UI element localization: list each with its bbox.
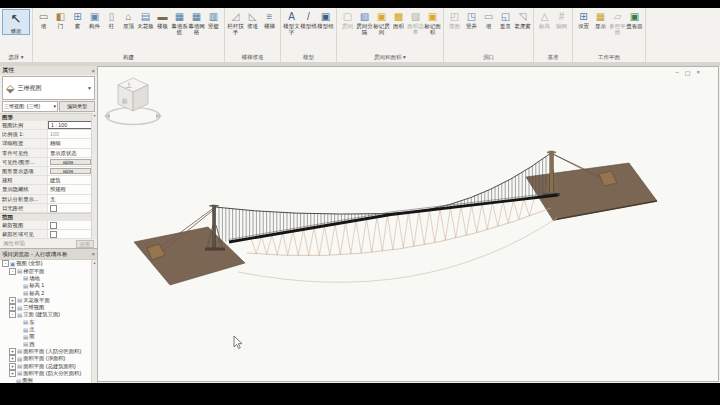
ribbon-button-ceiling[interactable]: ▤天花板 — [137, 9, 154, 30]
ribbon-button-viewer[interactable]: ▣查看器 — [626, 9, 643, 30]
tree-item-3d-views[interactable]: +▤三维视图 — [0, 304, 97, 311]
view-window-controls: – ▢ × — [675, 69, 700, 76]
truss-diagonal — [330, 224, 335, 255]
ribbon-button-tag-area[interactable]: ▣标记面积 — [424, 9, 441, 36]
ribbon-button-curtain-grid[interactable]: ▦幕墙网格 — [188, 9, 205, 36]
type-selector[interactable]: ⬙ 三维视图 ▼ — [2, 76, 95, 100]
prop-value[interactable]: 无 — [48, 195, 97, 203]
collapse-icon[interactable]: - — [2, 260, 9, 267]
expand-icon[interactable]: + — [9, 370, 16, 377]
prop-value[interactable]: 显示原状态 — [48, 149, 97, 157]
ribbon-button-level[interactable]: △标高 — [536, 9, 553, 30]
apply-button[interactable]: 应用 — [76, 240, 94, 248]
prop-value[interactable]: 精细 — [48, 139, 97, 147]
restore-icon[interactable]: ▢ — [685, 69, 691, 76]
ribbon-button-room-separator[interactable]: ▧房间分隔 — [356, 9, 373, 36]
close-icon[interactable]: × — [91, 251, 95, 257]
ribbon-button-model-text[interactable]: A模型文字 — [283, 9, 300, 36]
ribbon-button-model-line[interactable]: /模型线 — [300, 9, 317, 30]
ribbon-button-railing[interactable]: ◿栏杆扶手 — [227, 9, 244, 36]
collapse-icon[interactable]: - — [9, 268, 16, 275]
ribbon-button-tag-room[interactable]: ▣标记房间 — [373, 9, 390, 36]
ribbon-button-stair[interactable]: ≡楼梯 — [261, 9, 278, 30]
ribbon-button-shaft[interactable]: ◳竖井 — [463, 9, 480, 30]
tree-item-area-plan-net[interactable]: +▤面积平面 (净面积) — [0, 355, 97, 362]
properties-title: 属性 — [2, 66, 14, 75]
prop-section-header[interactable]: 图形^ — [0, 113, 97, 121]
ribbon-button-area[interactable]: ▩面积 — [390, 9, 407, 30]
viewcube[interactable]: 上 前 — [98, 67, 168, 137]
viewport-canvas[interactable]: – ▢ × 上 前 — [97, 66, 719, 382]
collapse-icon[interactable]: - — [9, 311, 16, 318]
set-icon: ⊞ — [577, 10, 591, 23]
truss-diagonal — [430, 210, 435, 242]
checkbox[interactable] — [50, 205, 57, 212]
ribbon-button-component[interactable]: ▣构件 — [86, 9, 103, 30]
close-icon[interactable]: × — [696, 69, 700, 76]
expand-icon[interactable]: + — [9, 304, 16, 311]
ribbon-button-column[interactable]: ▯柱 — [103, 9, 120, 30]
tree-item-ceiling-plans[interactable]: +▤天花板平面 — [0, 297, 97, 304]
ribbon-button-ramp[interactable]: ◺坡道 — [244, 9, 261, 30]
tree-item-west[interactable]: ▤西 — [0, 341, 97, 348]
close-icon[interactable]: × — [91, 68, 95, 74]
tree-item-legends[interactable]: ▤图例 — [0, 377, 97, 383]
expand-icon[interactable]: + — [9, 297, 16, 304]
tree-label: 场地 — [29, 275, 40, 282]
ribbon-button-curtain-system[interactable]: ▦幕墙系统 — [171, 9, 188, 36]
prop-value[interactable]: 按规程 — [48, 185, 97, 193]
tree-item-south[interactable]: ▤南 — [0, 333, 97, 340]
tree-item-east[interactable]: ▤东 — [0, 319, 97, 326]
ribbon-button-set[interactable]: ⊞设置 — [575, 9, 592, 30]
prop-value[interactable]: 编辑... — [50, 168, 91, 174]
prop-value[interactable]: 编辑... — [50, 159, 91, 165]
expand-icon[interactable]: + — [9, 348, 16, 355]
tree-icon: ▤ — [23, 327, 28, 333]
roof-icon: ⌂ — [122, 10, 136, 23]
ribbon-button-ref-plane[interactable]: ▱参照平面 — [609, 9, 626, 36]
ribbon-button-show[interactable]: ▦显示 — [592, 9, 609, 30]
ribbon-button-window[interactable]: ⊞窗 — [69, 9, 86, 30]
tree-item-floor-plans[interactable]: -▤楼层平面 — [0, 268, 97, 275]
tree-item-level-1[interactable]: ▤标高 1 — [0, 282, 97, 289]
tree-item-area-plan-renfang[interactable]: +▤面积平面 (人防分区面积) — [0, 348, 97, 355]
tree-item-area-plan-gross[interactable]: +▤面积平面 (总建筑面积) — [0, 362, 97, 369]
ribbon-button-wall-opening[interactable]: ▭墙 — [480, 9, 497, 30]
ribbon-button-room[interactable]: ▢房间 — [339, 9, 356, 30]
ribbon-button-dormer[interactable]: ◹老虎窗 — [514, 9, 531, 30]
ribbon-button-by-face[interactable]: ◰按面 — [446, 9, 463, 30]
prop-value: 100 — [48, 130, 97, 138]
tree-item-level-2[interactable]: ▤标高 2 — [0, 289, 97, 296]
tree-icon: ▤ — [23, 275, 28, 281]
expand-icon[interactable]: + — [9, 363, 16, 370]
ribbon-button-modify[interactable]: ↖修改 — [2, 9, 30, 35]
view-combo[interactable]: 三维视图: {三维} ▾ — [2, 101, 58, 112]
ribbon-button-wall[interactable]: ▭墙 — [35, 9, 52, 30]
lower-sag-cable — [238, 218, 557, 282]
tree-item-area-plan-fire[interactable]: +▤面积平面 (防火分区面积) — [0, 370, 97, 377]
tree-item-elevations[interactable]: -▤立面 (建筑立面) — [0, 311, 97, 318]
ribbon-button-mullion[interactable]: ▥竖梃 — [205, 9, 222, 30]
prop-value[interactable]: 建筑 — [48, 176, 97, 184]
ribbon-button-roof[interactable]: ⌂屋顶 — [120, 9, 137, 30]
prop-section-header[interactable]: 范围^ — [0, 213, 97, 221]
checkbox[interactable] — [50, 222, 57, 229]
checkbox[interactable] — [50, 231, 57, 238]
ribbon-button-grid[interactable]: #轴网 — [553, 9, 570, 30]
minimize-icon[interactable]: – — [675, 69, 678, 76]
edit-type-button[interactable]: 编辑类型 — [59, 101, 95, 112]
ribbon-group-label-select[interactable]: 选择 ▾ — [2, 53, 30, 62]
ribbon-button-model-group[interactable]: ▣模型组 — [317, 9, 334, 30]
properties-help-link[interactable]: 属性帮助 — [3, 240, 25, 247]
ribbon-button-vertical[interactable]: ◱垂直 — [497, 9, 514, 30]
ribbon-button-door[interactable]: ◧门 — [52, 9, 69, 30]
ribbon-button-floor[interactable]: ▬楼板 — [154, 9, 171, 30]
ribbon-button-area-boundary[interactable]: ▨面积边界 — [407, 9, 424, 36]
ribbon-group-label-room-area[interactable]: 房间和面积 ▾ — [339, 53, 441, 62]
tree-item-views-all[interactable]: -▣视图 (全部) — [0, 260, 97, 267]
ribbon-button-label: 标高 — [539, 23, 550, 29]
tree-item-site[interactable]: ▤场地 — [0, 275, 97, 282]
prop-value[interactable]: 1 : 100 — [48, 121, 97, 129]
expand-icon[interactable]: + — [9, 355, 16, 362]
tree-item-north[interactable]: ▤北 — [0, 326, 97, 333]
